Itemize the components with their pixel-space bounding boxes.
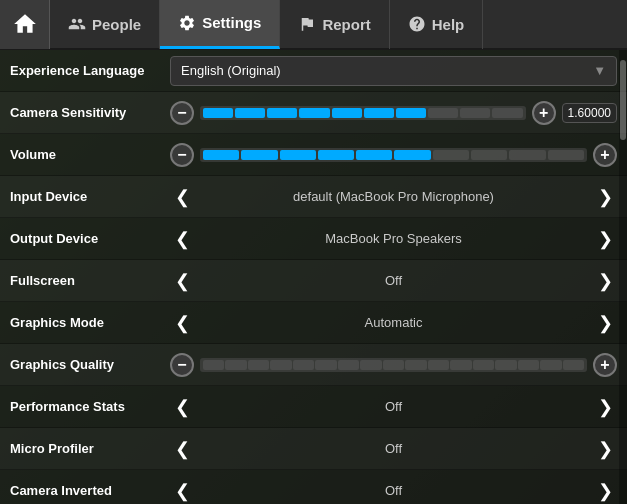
control-camera-sensitivity: − + 1.60000 xyxy=(170,101,617,125)
seg5 xyxy=(332,108,362,118)
label-camera-inverted: Camera Inverted xyxy=(10,483,170,498)
arrow-fullscreen: ❮ Off ❯ xyxy=(170,269,617,293)
left-output-device[interactable]: ❮ xyxy=(170,227,194,251)
label-performance-stats: Performance Stats xyxy=(10,399,170,414)
seg3 xyxy=(267,108,297,118)
tab-settings-label: Settings xyxy=(202,14,261,31)
left-performance-stats[interactable]: ❮ xyxy=(170,395,194,419)
value-fullscreen: Off xyxy=(194,273,593,288)
tab-report[interactable]: Report xyxy=(280,0,389,49)
label-graphics-quality: Graphics Quality xyxy=(10,357,170,372)
scrollbar[interactable] xyxy=(619,50,627,504)
arrow-camera-inverted: ❮ Off ❯ xyxy=(170,479,617,503)
left-fullscreen[interactable]: ❮ xyxy=(170,269,194,293)
arrow-micro-profiler: ❮ Off ❯ xyxy=(170,437,617,461)
control-performance-stats: ❮ Off ❯ xyxy=(170,395,617,419)
label-fullscreen: Fullscreen xyxy=(10,273,170,288)
decrease-graphics-quality[interactable]: − xyxy=(170,353,194,377)
seg1 xyxy=(203,108,233,118)
right-graphics-mode[interactable]: ❯ xyxy=(593,311,617,335)
seg8 xyxy=(428,108,458,118)
arrow-output-device: ❮ MacBook Pro Speakers ❯ xyxy=(170,227,617,251)
vseg5 xyxy=(356,150,392,160)
decrease-camera-sensitivity[interactable]: − xyxy=(170,101,194,125)
seg10 xyxy=(492,108,522,118)
increase-graphics-quality[interactable]: + xyxy=(593,353,617,377)
control-experience-language: English (Original) ▼ xyxy=(170,56,617,86)
vseg2 xyxy=(241,150,277,160)
tab-settings[interactable]: Settings xyxy=(160,0,280,49)
right-input-device[interactable]: ❯ xyxy=(593,185,617,209)
seg4 xyxy=(299,108,329,118)
row-input-device: Input Device ❮ default (MacBook Pro Micr… xyxy=(0,176,627,218)
dropdown-experience-language[interactable]: English (Original) ▼ xyxy=(170,56,617,86)
settings-panel: Experience Language English (Original) ▼… xyxy=(0,50,627,504)
control-input-device: ❮ default (MacBook Pro Microphone) ❯ xyxy=(170,185,617,209)
vseg8 xyxy=(471,150,507,160)
value-output-device: MacBook Pro Speakers xyxy=(194,231,593,246)
label-input-device: Input Device xyxy=(10,189,170,204)
tab-help[interactable]: Help xyxy=(390,0,484,49)
right-micro-profiler[interactable]: ❯ xyxy=(593,437,617,461)
dropdown-value-experience-language: English (Original) xyxy=(181,63,281,78)
left-camera-inverted[interactable]: ❮ xyxy=(170,479,194,503)
row-volume: Volume − + xyxy=(0,134,627,176)
right-camera-inverted[interactable]: ❯ xyxy=(593,479,617,503)
row-camera-sensitivity: Camera Sensitivity − xyxy=(0,92,627,134)
right-fullscreen[interactable]: ❯ xyxy=(593,269,617,293)
value-graphics-mode: Automatic xyxy=(194,315,593,330)
increase-camera-sensitivity[interactable]: + xyxy=(532,101,556,125)
value-camera-sensitivity: 1.60000 xyxy=(562,103,617,123)
control-camera-inverted: ❮ Off ❯ xyxy=(170,479,617,503)
vseg3 xyxy=(280,150,316,160)
tab-people-label: People xyxy=(92,16,141,33)
home-button[interactable] xyxy=(0,0,50,49)
flag-icon xyxy=(298,15,316,33)
row-graphics-mode: Graphics Mode ❮ Automatic ❯ xyxy=(0,302,627,344)
slider-track-volume[interactable] xyxy=(200,148,587,162)
decrease-volume[interactable]: − xyxy=(170,143,194,167)
left-micro-profiler[interactable]: ❮ xyxy=(170,437,194,461)
arrow-input-device: ❮ default (MacBook Pro Microphone) ❯ xyxy=(170,185,617,209)
settings-icon xyxy=(178,14,196,32)
left-input-device[interactable]: ❮ xyxy=(170,185,194,209)
value-camera-inverted: Off xyxy=(194,483,593,498)
label-volume: Volume xyxy=(10,147,170,162)
label-graphics-mode: Graphics Mode xyxy=(10,315,170,330)
row-camera-inverted: Camera Inverted ❮ Off ❯ xyxy=(0,470,627,504)
scroll-thumb[interactable] xyxy=(620,60,626,140)
people-icon xyxy=(68,15,86,33)
seg6 xyxy=(364,108,394,118)
vseg4 xyxy=(318,150,354,160)
main-area: Experience Language English (Original) ▼… xyxy=(0,50,627,504)
vseg1 xyxy=(203,150,239,160)
dropdown-arrow-icon: ▼ xyxy=(593,63,606,78)
slider-track-graphics-quality[interactable] xyxy=(200,358,587,372)
label-camera-sensitivity: Camera Sensitivity xyxy=(10,105,170,120)
seg9 xyxy=(460,108,490,118)
control-micro-profiler: ❮ Off ❯ xyxy=(170,437,617,461)
right-performance-stats[interactable]: ❯ xyxy=(593,395,617,419)
seg2 xyxy=(235,108,265,118)
left-graphics-mode[interactable]: ❮ xyxy=(170,311,194,335)
arrow-graphics-mode: ❮ Automatic ❯ xyxy=(170,311,617,335)
label-micro-profiler: Micro Profiler xyxy=(10,441,170,456)
tab-people[interactable]: People xyxy=(50,0,160,49)
right-output-device[interactable]: ❯ xyxy=(593,227,617,251)
slider-track-camera-sensitivity[interactable] xyxy=(200,106,526,120)
row-fullscreen: Fullscreen ❮ Off ❯ xyxy=(0,260,627,302)
row-performance-stats: Performance Stats ❮ Off ❯ xyxy=(0,386,627,428)
control-volume: − + xyxy=(170,143,617,167)
slider-graphics-quality: − xyxy=(170,353,617,377)
control-output-device: ❮ MacBook Pro Speakers ❯ xyxy=(170,227,617,251)
seg7 xyxy=(396,108,426,118)
tab-help-label: Help xyxy=(432,16,465,33)
vseg9 xyxy=(509,150,545,160)
home-icon xyxy=(12,11,38,37)
increase-volume[interactable]: + xyxy=(593,143,617,167)
value-performance-stats: Off xyxy=(194,399,593,414)
row-experience-language: Experience Language English (Original) ▼ xyxy=(0,50,627,92)
row-output-device: Output Device ❮ MacBook Pro Speakers ❯ xyxy=(0,218,627,260)
value-micro-profiler: Off xyxy=(194,441,593,456)
slider-camera-sensitivity: − + 1.60000 xyxy=(170,101,617,125)
